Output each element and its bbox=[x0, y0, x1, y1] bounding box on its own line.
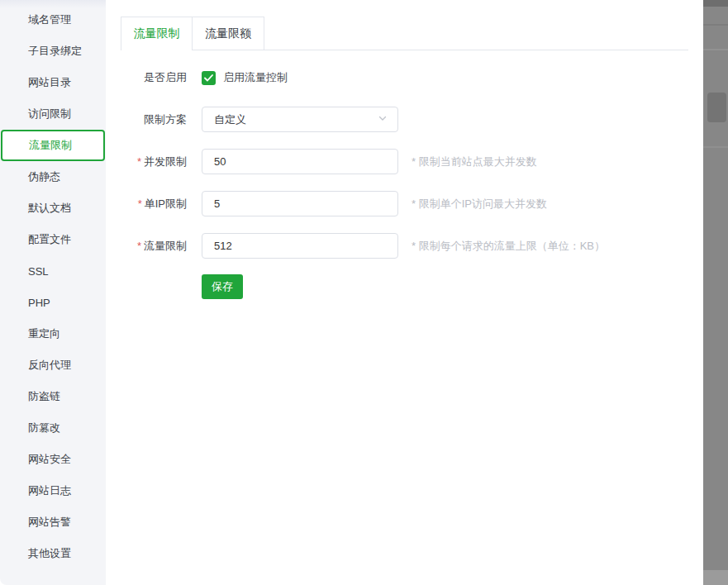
save-row: 保存 bbox=[202, 274, 688, 299]
sidebar-item-4[interactable]: 流量限制 bbox=[1, 130, 105, 161]
scheme-select[interactable]: 自定义 bbox=[202, 107, 398, 132]
sidebar-item-label: 访问限制 bbox=[28, 107, 71, 121]
sidebar-item-14[interactable]: 网站安全 bbox=[0, 444, 106, 475]
concurrency-row: *并发限制 * 限制当前站点最大并发数 bbox=[121, 149, 688, 174]
sidebar-item-15[interactable]: 网站日志 bbox=[0, 475, 106, 507]
dimmed-background-block bbox=[707, 93, 726, 122]
dimmed-background-block bbox=[703, 49, 728, 50]
enable-row: 是否启用 启用流量控制 bbox=[121, 70, 688, 85]
sidebar-item-label: 域名管理 bbox=[28, 12, 71, 27]
single-ip-row: *单IP限制 * 限制单个IP访问最大并发数 bbox=[121, 191, 688, 216]
save-button[interactable]: 保存 bbox=[202, 274, 243, 299]
sidebar-item-label: 其他设置 bbox=[28, 546, 71, 561]
sidebar-item-10[interactable]: 重定向 bbox=[0, 318, 106, 350]
sidebar-item-label: 子目录绑定 bbox=[28, 44, 82, 59]
sidebar-item-11[interactable]: 反向代理 bbox=[0, 350, 106, 381]
enable-traffic-checkbox[interactable] bbox=[202, 71, 216, 85]
sidebar-item-3[interactable]: 访问限制 bbox=[0, 98, 106, 130]
scheme-label: 限制方案 bbox=[121, 112, 187, 127]
sidebar-item-7[interactable]: 配置文件 bbox=[0, 224, 106, 255]
sidebar-item-label: 配置文件 bbox=[28, 232, 71, 247]
sidebar-item-label: 防盗链 bbox=[28, 389, 60, 404]
required-asterisk: * bbox=[137, 240, 141, 252]
site-settings-modal: 域名管理子目录绑定网站目录访问限制流量限制伪静态默认文档配置文件SSLPHP重定… bbox=[0, 0, 703, 585]
sidebar-item-label: 反向代理 bbox=[28, 358, 71, 373]
tab-traffic-quota[interactable]: 流量限额 bbox=[193, 17, 264, 50]
traffic-row: *流量限制 * 限制每个请求的流量上限（单位：KB） bbox=[121, 233, 688, 259]
settings-sidebar: 域名管理子目录绑定网站目录访问限制流量限制伪静态默认文档配置文件SSLPHP重定… bbox=[0, 0, 106, 585]
traffic-limit-form: 是否启用 启用流量控制 限制方案 自定义 bbox=[121, 50, 688, 299]
sidebar-item-0[interactable]: 域名管理 bbox=[0, 4, 106, 36]
sidebar-item-17[interactable]: 其他设置 bbox=[0, 538, 106, 569]
sidebar-item-label: 伪静态 bbox=[28, 169, 60, 184]
sidebar-item-label: SSL bbox=[28, 265, 49, 278]
concurrency-hint: * 限制当前站点最大并发数 bbox=[412, 155, 537, 169]
sidebar-item-label: 流量限制 bbox=[29, 138, 72, 153]
sidebar-item-1[interactable]: 子目录绑定 bbox=[0, 36, 106, 67]
sidebar-item-label: 重定向 bbox=[28, 326, 60, 341]
dimmed-background-block bbox=[703, 146, 728, 148]
dimmed-background-block bbox=[703, 24, 728, 26]
single-ip-label: *单IP限制 bbox=[121, 197, 187, 212]
sidebar-item-8[interactable]: SSL bbox=[0, 255, 106, 287]
chevron-down-icon bbox=[378, 113, 388, 126]
sidebar-item-12[interactable]: 防盗链 bbox=[0, 381, 106, 412]
sidebar-item-2[interactable]: 网站目录 bbox=[0, 67, 106, 98]
sidebar-item-label: 网站告警 bbox=[28, 515, 71, 530]
tab-traffic-limit[interactable]: 流量限制 bbox=[121, 17, 193, 50]
traffic-hint: * 限制每个请求的流量上限（单位：KB） bbox=[412, 239, 605, 254]
sidebar-item-label: 网站目录 bbox=[28, 75, 71, 90]
dimmed-background-block bbox=[703, 0, 728, 7]
scheme-row: 限制方案 自定义 bbox=[121, 107, 688, 132]
check-icon bbox=[204, 72, 213, 84]
sidebar-item-label: PHP bbox=[28, 297, 50, 309]
traffic-label: *流量限制 bbox=[121, 239, 187, 254]
concurrency-label: *并发限制 bbox=[121, 155, 187, 169]
sidebar-item-label: 防篡改 bbox=[28, 421, 60, 435]
tab-bar: 流量限制 流量限额 bbox=[121, 17, 688, 50]
sidebar-item-label: 网站日志 bbox=[28, 483, 71, 498]
single-ip-input[interactable] bbox=[202, 191, 398, 216]
main-panel: 流量限制 流量限额 是否启用 启用流量控制 bbox=[106, 0, 703, 585]
sidebar-nav: 域名管理子目录绑定网站目录访问限制流量限制伪静态默认文档配置文件SSLPHP重定… bbox=[0, 0, 106, 569]
single-ip-hint: * 限制单个IP访问最大并发数 bbox=[412, 197, 547, 212]
required-asterisk: * bbox=[138, 197, 142, 210]
enable-checkbox-label: 启用流量控制 bbox=[223, 70, 288, 85]
sidebar-item-9[interactable]: PHP bbox=[0, 287, 106, 318]
concurrency-input[interactable] bbox=[202, 149, 398, 174]
sidebar-item-5[interactable]: 伪静态 bbox=[0, 161, 106, 193]
dimmed-background-block bbox=[703, 570, 728, 585]
required-asterisk: * bbox=[137, 155, 141, 168]
sidebar-item-label: 网站安全 bbox=[28, 452, 71, 467]
sidebar-item-6[interactable]: 默认文档 bbox=[0, 193, 106, 224]
sidebar-item-16[interactable]: 网站告警 bbox=[0, 507, 106, 538]
enable-label: 是否启用 bbox=[121, 70, 187, 85]
scheme-select-value: 自定义 bbox=[214, 112, 246, 127]
dimmed-background bbox=[703, 0, 728, 585]
traffic-input[interactable] bbox=[202, 233, 398, 259]
sidebar-item-13[interactable]: 防篡改 bbox=[0, 412, 106, 444]
sidebar-item-label: 默认文档 bbox=[28, 201, 71, 216]
